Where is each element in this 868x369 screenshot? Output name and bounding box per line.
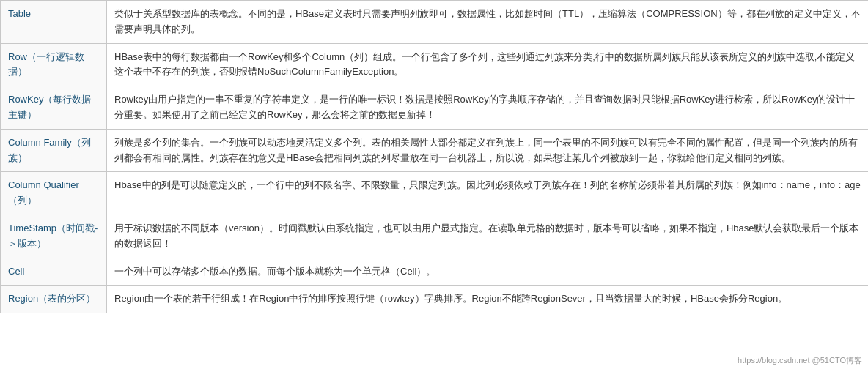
definition-cell: HBase表中的每行数据都由一个RowKey和多个Column（列）组成。一个行… bbox=[107, 43, 869, 86]
definition-cell: 列族是多个列的集合。一个列族可以动态地灵活定义多个列。表的相关属性大部分都定义在… bbox=[107, 129, 869, 172]
table-row: RowKey（每行数据主键）Rowkey由用户指定的一串不重复的字符串定义，是一… bbox=[1, 86, 869, 130]
table-row: Cell一个列中可以存储多个版本的数据。而每个版本就称为一个单元格（Cell）。 bbox=[1, 258, 869, 286]
term-cell: TimeStamp（时间戳-＞版本） bbox=[1, 215, 107, 258]
definition-cell: Rowkey由用户指定的一串不重复的字符串定义，是一行的唯一标识！数据是按照Ro… bbox=[107, 86, 869, 130]
term-cell: RowKey（每行数据主键） bbox=[1, 86, 107, 130]
term-cell: Column Family（列族） bbox=[1, 129, 107, 172]
definition-cell: 用于标识数据的不同版本（version）。时间戳默认由系统指定，也可以由用户显式… bbox=[107, 215, 869, 258]
term-cell: Region（表的分区） bbox=[1, 286, 107, 313]
definition-cell: 类似于关系型数据库的表概念。不同的是，HBase定义表时只需要声明列族即可，数据… bbox=[107, 1, 869, 44]
term-cell: Cell bbox=[1, 258, 107, 286]
concept-table: Table类似于关系型数据库的表概念。不同的是，HBase定义表时只需要声明列族… bbox=[0, 0, 868, 313]
term-cell: Table bbox=[1, 1, 107, 44]
table-row: Column Qualifier（列）Hbase中的列是可以随意定义的，一个行中… bbox=[1, 172, 869, 215]
table-row: Column Family（列族）列族是多个列的集合。一个列族可以动态地灵活定义… bbox=[1, 129, 869, 172]
table-row: Region（表的分区）Region由一个表的若干行组成！在Region中行的排… bbox=[1, 286, 869, 313]
definition-cell: 一个列中可以存储多个版本的数据。而每个版本就称为一个单元格（Cell）。 bbox=[107, 258, 869, 286]
table-row: Row（一行逻辑数据）HBase表中的每行数据都由一个RowKey和多个Colu… bbox=[1, 43, 869, 86]
table-row: Table类似于关系型数据库的表概念。不同的是，HBase定义表时只需要声明列族… bbox=[1, 1, 869, 44]
term-cell: Column Qualifier（列） bbox=[1, 172, 107, 215]
table-row: TimeStamp（时间戳-＞版本）用于标识数据的不同版本（version）。时… bbox=[1, 215, 869, 258]
definition-cell: Hbase中的列是可以随意定义的，一个行中的列不限名字、不限数量，只限定列族。因… bbox=[107, 172, 869, 215]
definition-cell: Region由一个表的若干行组成！在Region中行的排序按照行键（rowkey… bbox=[107, 286, 869, 313]
term-cell: Row（一行逻辑数据） bbox=[1, 43, 107, 86]
